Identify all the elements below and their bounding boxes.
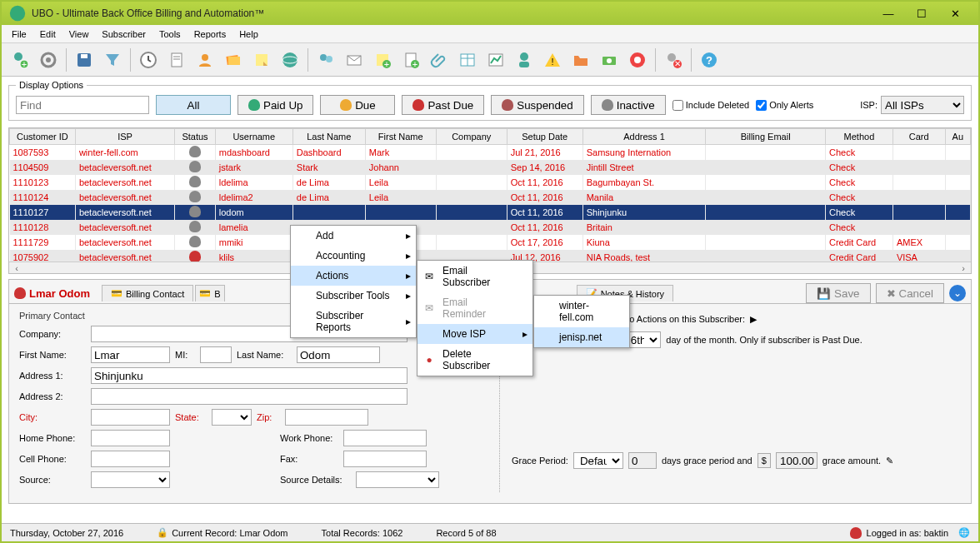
- address1-field[interactable]: [91, 367, 408, 384]
- add-subscriber-icon[interactable]: +: [7, 47, 33, 73]
- cancel-button[interactable]: ✖Cancel: [876, 283, 945, 303]
- menu-subscriber[interactable]: Subscriber: [95, 27, 152, 41]
- isp-select[interactable]: All ISPs: [881, 96, 964, 114]
- play-icon[interactable]: ▶: [750, 314, 757, 325]
- new-doc-icon[interactable]: +: [398, 47, 424, 73]
- admin-icon[interactable]: [511, 47, 538, 73]
- subscriber-grid[interactable]: Customer IDISPStatusUsernameLast NameFir…: [8, 127, 972, 274]
- document-icon[interactable]: [163, 47, 190, 73]
- filter-inactive-button[interactable]: Inactive: [591, 95, 666, 115]
- info-icon[interactable]: ?: [696, 47, 722, 73]
- col-isp[interactable]: ISP: [75, 129, 174, 145]
- expand-icon[interactable]: ⌄: [949, 285, 966, 301]
- folder-icon[interactable]: [568, 47, 594, 73]
- ctx-isp-winterfell[interactable]: winter-fell.com: [534, 296, 629, 327]
- maximize-button[interactable]: ☐: [905, 3, 938, 23]
- ctx-accounting[interactable]: Accounting▸: [291, 246, 416, 266]
- col-customer-id[interactable]: Customer ID: [10, 129, 76, 145]
- ctx-subscriber-tools[interactable]: Subscriber Tools▸: [291, 286, 416, 306]
- mail-icon[interactable]: [341, 47, 368, 73]
- table-row[interactable]: 1110123betacleversoft.netldelimade LimaL…: [10, 175, 971, 190]
- help-icon[interactable]: [624, 47, 651, 73]
- save-icon[interactable]: [71, 47, 98, 73]
- minimize-button[interactable]: —: [872, 3, 905, 23]
- col-au[interactable]: Au: [945, 129, 970, 145]
- ctx-move-isp[interactable]: Move ISP▸: [418, 324, 532, 344]
- users-icon[interactable]: [312, 47, 339, 73]
- table-row[interactable]: 1087593winter-fell.commdashboardDashboar…: [10, 145, 971, 161]
- ctx-isp-jenisp[interactable]: jenisp.net: [534, 327, 629, 347]
- gear-icon[interactable]: [35, 47, 62, 73]
- save-button[interactable]: 💾Save: [806, 283, 870, 303]
- col-card[interactable]: Card: [892, 129, 945, 145]
- ctx-delete-subscriber[interactable]: ●Delete Subscriber: [418, 344, 532, 376]
- clock-icon[interactable]: [135, 47, 162, 73]
- filter-suspended-button[interactable]: Suspended: [491, 95, 583, 115]
- filter-due-button[interactable]: Due: [320, 95, 395, 115]
- ctx-email-subscriber[interactable]: ✉Email Subscriber: [418, 261, 532, 292]
- col-setup-date[interactable]: Setup Date: [507, 129, 582, 145]
- col-first-name[interactable]: First Name: [365, 129, 436, 145]
- source-details-select[interactable]: [356, 471, 439, 488]
- context-menu-actions[interactable]: ✉Email Subscriber ✉Email Reminder Move I…: [417, 260, 533, 376]
- menu-edit[interactable]: Edit: [33, 27, 62, 41]
- state-select[interactable]: [212, 409, 252, 426]
- col-status[interactable]: Status: [175, 129, 216, 145]
- ctx-actions[interactable]: Actions▸: [291, 266, 416, 286]
- col-billing-email[interactable]: Billing Email: [706, 129, 826, 145]
- work-phone-field[interactable]: [343, 430, 427, 446]
- include-deleted-checkbox[interactable]: Include Deleted: [672, 100, 749, 111]
- note-icon[interactable]: [248, 47, 275, 73]
- zip-field[interactable]: [285, 409, 368, 426]
- find-input[interactable]: [16, 96, 149, 114]
- table-row[interactable]: 1110127betacleversoft.netlodomOct 11, 20…: [10, 205, 971, 220]
- tab-billing-contact[interactable]: 💳Billing Contact: [102, 285, 193, 301]
- filter-paidup-button[interactable]: Paid Up: [238, 95, 313, 115]
- city-field[interactable]: [91, 409, 170, 426]
- mi-field[interactable]: [200, 346, 232, 363]
- col-username[interactable]: Username: [215, 129, 292, 145]
- scroll-right-icon[interactable]: ›: [958, 263, 969, 273]
- attachment-icon[interactable]: [426, 47, 452, 73]
- filter-pastdue-button[interactable]: Past Due: [402, 95, 484, 115]
- chart-icon[interactable]: [482, 47, 509, 73]
- menu-tools[interactable]: Tools: [152, 27, 188, 41]
- col-last-name[interactable]: Last Name: [292, 129, 365, 145]
- table-row[interactable]: 1111729betacleversoft.netmmikiOct 17, 20…: [10, 235, 971, 250]
- col-method[interactable]: Method: [825, 129, 892, 145]
- delete-user-icon[interactable]: ✕: [660, 47, 687, 73]
- menu-view[interactable]: View: [62, 27, 96, 41]
- close-button[interactable]: ✕: [938, 3, 972, 23]
- home-phone-field[interactable]: [91, 430, 170, 446]
- scroll-left-icon[interactable]: ‹: [11, 263, 22, 273]
- col-address-1[interactable]: Address 1: [582, 129, 706, 145]
- grace-period-select[interactable]: Default: [573, 452, 623, 469]
- col-company[interactable]: Company: [436, 129, 507, 145]
- address2-field[interactable]: [91, 388, 408, 405]
- context-menu-main[interactable]: Add▸ Accounting▸ Actions▸ Subscriber Too…: [290, 225, 417, 338]
- menu-reports[interactable]: Reports: [188, 27, 233, 41]
- filter-all-button[interactable]: All: [156, 95, 231, 115]
- context-menu-isp[interactable]: winter-fell.com jenisp.net: [533, 295, 630, 348]
- table-row[interactable]: 1110124betacleversoft.netldelima2de Lima…: [10, 190, 971, 205]
- contact-icon[interactable]: [192, 47, 218, 73]
- cards-icon[interactable]: [220, 47, 247, 73]
- table-row[interactable]: 1104509betacleversoft.netjstarkStarkJoha…: [10, 160, 971, 175]
- first-name-field[interactable]: [91, 346, 170, 363]
- table-row[interactable]: 1110128betacleversoft.netlameliaOct 11, …: [10, 220, 971, 235]
- alert-icon[interactable]: !: [539, 47, 566, 73]
- source-select[interactable]: [91, 471, 170, 488]
- filter-icon[interactable]: [99, 47, 126, 73]
- last-name-field[interactable]: [297, 346, 380, 363]
- edit-icon[interactable]: ✎: [886, 456, 893, 466]
- cell-phone-field[interactable]: [91, 451, 170, 467]
- menu-file[interactable]: File: [5, 27, 33, 41]
- only-alerts-checkbox[interactable]: Only Alerts: [756, 100, 813, 111]
- tab-b[interactable]: 💳B: [195, 285, 224, 301]
- ctx-add[interactable]: Add▸: [291, 226, 416, 246]
- fax-field[interactable]: [343, 451, 427, 467]
- new-note-icon[interactable]: +: [369, 47, 396, 73]
- money-icon[interactable]: [596, 47, 622, 73]
- globe-icon[interactable]: [277, 47, 303, 73]
- menu-help[interactable]: Help: [232, 27, 265, 41]
